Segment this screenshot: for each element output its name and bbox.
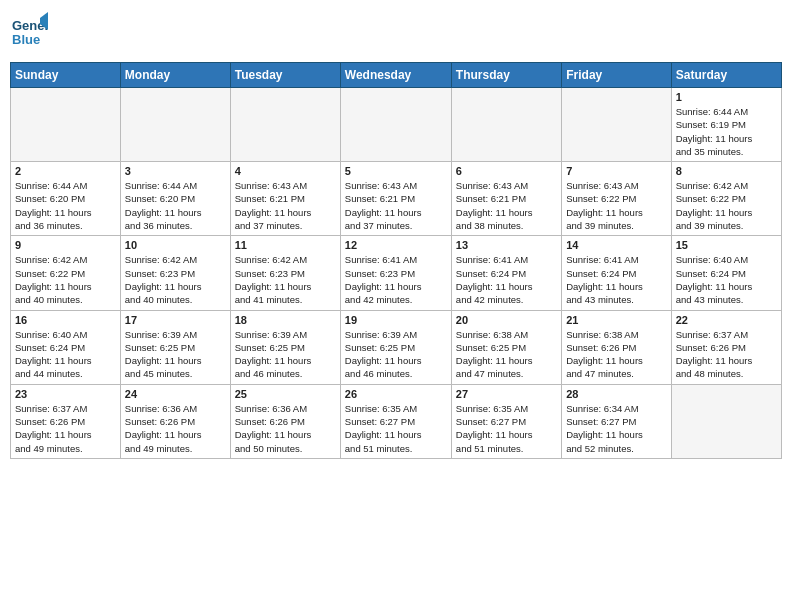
calendar-cell: 27Sunrise: 6:35 AM Sunset: 6:27 PM Dayli… bbox=[451, 384, 561, 458]
svg-text:Blue: Blue bbox=[12, 32, 40, 47]
calendar-cell: 17Sunrise: 6:39 AM Sunset: 6:25 PM Dayli… bbox=[120, 310, 230, 384]
day-info: Sunrise: 6:41 AM Sunset: 6:24 PM Dayligh… bbox=[566, 253, 666, 306]
calendar-cell: 22Sunrise: 6:37 AM Sunset: 6:26 PM Dayli… bbox=[671, 310, 781, 384]
day-number: 14 bbox=[566, 239, 666, 251]
weekday-header-sunday: Sunday bbox=[11, 63, 121, 88]
day-info: Sunrise: 6:36 AM Sunset: 6:26 PM Dayligh… bbox=[125, 402, 226, 455]
calendar-cell: 1Sunrise: 6:44 AM Sunset: 6:19 PM Daylig… bbox=[671, 88, 781, 162]
day-number: 4 bbox=[235, 165, 336, 177]
day-info: Sunrise: 6:40 AM Sunset: 6:24 PM Dayligh… bbox=[15, 328, 116, 381]
day-info: Sunrise: 6:37 AM Sunset: 6:26 PM Dayligh… bbox=[676, 328, 777, 381]
logo-icon: General Blue bbox=[10, 10, 48, 48]
calendar-cell bbox=[230, 88, 340, 162]
calendar-cell bbox=[671, 384, 781, 458]
day-info: Sunrise: 6:42 AM Sunset: 6:23 PM Dayligh… bbox=[125, 253, 226, 306]
day-number: 6 bbox=[456, 165, 557, 177]
day-info: Sunrise: 6:40 AM Sunset: 6:24 PM Dayligh… bbox=[676, 253, 777, 306]
calendar-cell bbox=[120, 88, 230, 162]
day-number: 23 bbox=[15, 388, 116, 400]
calendar-table: SundayMondayTuesdayWednesdayThursdayFrid… bbox=[10, 62, 782, 459]
day-number: 15 bbox=[676, 239, 777, 251]
day-number: 26 bbox=[345, 388, 447, 400]
weekday-header-saturday: Saturday bbox=[671, 63, 781, 88]
calendar-cell: 26Sunrise: 6:35 AM Sunset: 6:27 PM Dayli… bbox=[340, 384, 451, 458]
day-number: 19 bbox=[345, 314, 447, 326]
day-number: 24 bbox=[125, 388, 226, 400]
calendar-cell: 8Sunrise: 6:42 AM Sunset: 6:22 PM Daylig… bbox=[671, 162, 781, 236]
day-info: Sunrise: 6:42 AM Sunset: 6:23 PM Dayligh… bbox=[235, 253, 336, 306]
day-info: Sunrise: 6:42 AM Sunset: 6:22 PM Dayligh… bbox=[676, 179, 777, 232]
day-number: 27 bbox=[456, 388, 557, 400]
calendar-cell: 3Sunrise: 6:44 AM Sunset: 6:20 PM Daylig… bbox=[120, 162, 230, 236]
day-info: Sunrise: 6:37 AM Sunset: 6:26 PM Dayligh… bbox=[15, 402, 116, 455]
day-number: 17 bbox=[125, 314, 226, 326]
day-number: 8 bbox=[676, 165, 777, 177]
day-info: Sunrise: 6:41 AM Sunset: 6:24 PM Dayligh… bbox=[456, 253, 557, 306]
day-number: 12 bbox=[345, 239, 447, 251]
calendar-cell bbox=[562, 88, 671, 162]
weekday-header-thursday: Thursday bbox=[451, 63, 561, 88]
calendar-cell: 7Sunrise: 6:43 AM Sunset: 6:22 PM Daylig… bbox=[562, 162, 671, 236]
calendar-cell bbox=[451, 88, 561, 162]
calendar-cell: 21Sunrise: 6:38 AM Sunset: 6:26 PM Dayli… bbox=[562, 310, 671, 384]
day-number: 21 bbox=[566, 314, 666, 326]
day-number: 1 bbox=[676, 91, 777, 103]
logo: General Blue bbox=[10, 10, 48, 52]
day-number: 28 bbox=[566, 388, 666, 400]
weekday-header-tuesday: Tuesday bbox=[230, 63, 340, 88]
calendar-cell bbox=[11, 88, 121, 162]
day-info: Sunrise: 6:43 AM Sunset: 6:22 PM Dayligh… bbox=[566, 179, 666, 232]
day-info: Sunrise: 6:42 AM Sunset: 6:22 PM Dayligh… bbox=[15, 253, 116, 306]
calendar-cell: 4Sunrise: 6:43 AM Sunset: 6:21 PM Daylig… bbox=[230, 162, 340, 236]
day-number: 20 bbox=[456, 314, 557, 326]
day-info: Sunrise: 6:39 AM Sunset: 6:25 PM Dayligh… bbox=[235, 328, 336, 381]
day-info: Sunrise: 6:44 AM Sunset: 6:20 PM Dayligh… bbox=[15, 179, 116, 232]
day-number: 3 bbox=[125, 165, 226, 177]
calendar-cell: 9Sunrise: 6:42 AM Sunset: 6:22 PM Daylig… bbox=[11, 236, 121, 310]
calendar-cell: 19Sunrise: 6:39 AM Sunset: 6:25 PM Dayli… bbox=[340, 310, 451, 384]
day-info: Sunrise: 6:43 AM Sunset: 6:21 PM Dayligh… bbox=[345, 179, 447, 232]
day-number: 11 bbox=[235, 239, 336, 251]
day-number: 13 bbox=[456, 239, 557, 251]
day-number: 2 bbox=[15, 165, 116, 177]
calendar-cell: 28Sunrise: 6:34 AM Sunset: 6:27 PM Dayli… bbox=[562, 384, 671, 458]
calendar-cell bbox=[340, 88, 451, 162]
calendar-cell: 14Sunrise: 6:41 AM Sunset: 6:24 PM Dayli… bbox=[562, 236, 671, 310]
day-number: 9 bbox=[15, 239, 116, 251]
day-info: Sunrise: 6:36 AM Sunset: 6:26 PM Dayligh… bbox=[235, 402, 336, 455]
day-number: 10 bbox=[125, 239, 226, 251]
calendar-cell: 11Sunrise: 6:42 AM Sunset: 6:23 PM Dayli… bbox=[230, 236, 340, 310]
calendar-cell: 25Sunrise: 6:36 AM Sunset: 6:26 PM Dayli… bbox=[230, 384, 340, 458]
weekday-header-wednesday: Wednesday bbox=[340, 63, 451, 88]
calendar-cell: 24Sunrise: 6:36 AM Sunset: 6:26 PM Dayli… bbox=[120, 384, 230, 458]
calendar-cell: 5Sunrise: 6:43 AM Sunset: 6:21 PM Daylig… bbox=[340, 162, 451, 236]
day-info: Sunrise: 6:43 AM Sunset: 6:21 PM Dayligh… bbox=[235, 179, 336, 232]
day-info: Sunrise: 6:43 AM Sunset: 6:21 PM Dayligh… bbox=[456, 179, 557, 232]
calendar-cell: 13Sunrise: 6:41 AM Sunset: 6:24 PM Dayli… bbox=[451, 236, 561, 310]
day-info: Sunrise: 6:39 AM Sunset: 6:25 PM Dayligh… bbox=[345, 328, 447, 381]
calendar-cell: 2Sunrise: 6:44 AM Sunset: 6:20 PM Daylig… bbox=[11, 162, 121, 236]
calendar-cell: 10Sunrise: 6:42 AM Sunset: 6:23 PM Dayli… bbox=[120, 236, 230, 310]
calendar-cell: 16Sunrise: 6:40 AM Sunset: 6:24 PM Dayli… bbox=[11, 310, 121, 384]
day-info: Sunrise: 6:38 AM Sunset: 6:25 PM Dayligh… bbox=[456, 328, 557, 381]
day-info: Sunrise: 6:39 AM Sunset: 6:25 PM Dayligh… bbox=[125, 328, 226, 381]
weekday-header-friday: Friday bbox=[562, 63, 671, 88]
day-info: Sunrise: 6:35 AM Sunset: 6:27 PM Dayligh… bbox=[345, 402, 447, 455]
day-info: Sunrise: 6:44 AM Sunset: 6:19 PM Dayligh… bbox=[676, 105, 777, 158]
calendar-cell: 6Sunrise: 6:43 AM Sunset: 6:21 PM Daylig… bbox=[451, 162, 561, 236]
day-number: 22 bbox=[676, 314, 777, 326]
calendar-cell: 12Sunrise: 6:41 AM Sunset: 6:23 PM Dayli… bbox=[340, 236, 451, 310]
calendar-cell: 18Sunrise: 6:39 AM Sunset: 6:25 PM Dayli… bbox=[230, 310, 340, 384]
weekday-header-monday: Monday bbox=[120, 63, 230, 88]
day-info: Sunrise: 6:41 AM Sunset: 6:23 PM Dayligh… bbox=[345, 253, 447, 306]
day-number: 18 bbox=[235, 314, 336, 326]
day-number: 25 bbox=[235, 388, 336, 400]
day-info: Sunrise: 6:44 AM Sunset: 6:20 PM Dayligh… bbox=[125, 179, 226, 232]
day-number: 16 bbox=[15, 314, 116, 326]
day-info: Sunrise: 6:35 AM Sunset: 6:27 PM Dayligh… bbox=[456, 402, 557, 455]
day-number: 5 bbox=[345, 165, 447, 177]
calendar-cell: 20Sunrise: 6:38 AM Sunset: 6:25 PM Dayli… bbox=[451, 310, 561, 384]
day-info: Sunrise: 6:38 AM Sunset: 6:26 PM Dayligh… bbox=[566, 328, 666, 381]
calendar-cell: 15Sunrise: 6:40 AM Sunset: 6:24 PM Dayli… bbox=[671, 236, 781, 310]
day-number: 7 bbox=[566, 165, 666, 177]
